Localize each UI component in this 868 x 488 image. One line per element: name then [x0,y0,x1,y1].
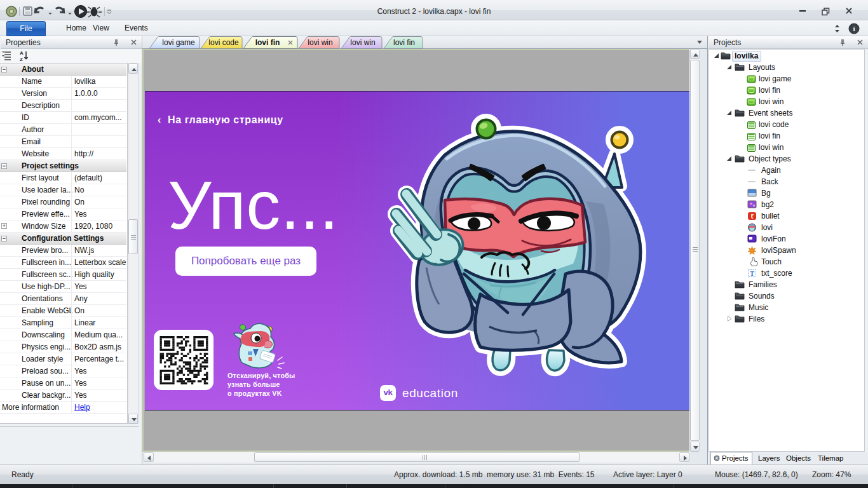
svg-text:lovi code: lovi code [208,38,239,47]
svg-text:lovi win: lovi win [308,38,332,47]
svg-text:i: i [853,25,855,32]
svg-text:Z: Z [20,57,23,62]
svg-text:T: T [750,270,754,277]
svg-text:lovi fin: lovi fin [255,38,280,47]
svg-text:lovi game: lovi game [162,38,195,47]
svg-text:lovi win: lovi win [350,38,375,47]
svg-text:lovi fin: lovi fin [393,38,415,47]
svg-text:A: A [20,50,24,56]
